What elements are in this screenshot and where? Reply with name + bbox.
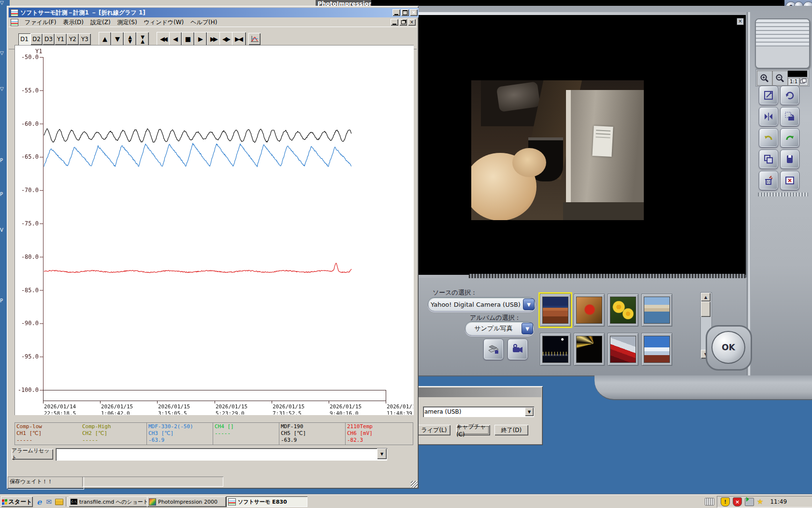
capture-button[interactable]: キャプチャ(C): [456, 425, 490, 435]
toolbar-d2-button[interactable]: D2: [30, 33, 43, 45]
close-image-button[interactable]: [780, 171, 799, 190]
graph-mode-button[interactable]: [248, 33, 261, 45]
mdi-close-button[interactable]: ×: [408, 19, 416, 26]
rotate-image-button[interactable]: [780, 86, 799, 105]
task-softthermo[interactable]: ソフトサーモ E830: [226, 496, 307, 507]
mdi-minimize-button[interactable]: [391, 19, 398, 26]
thumbnail-clouds-over-cliffs[interactable]: [641, 333, 672, 366]
ok-button[interactable]: OK: [711, 331, 745, 364]
resize-grip[interactable]: [411, 481, 418, 488]
maximize-button[interactable]: [401, 9, 409, 16]
camera-source-value: amera (USB): [423, 408, 525, 415]
toolbar-d1-button[interactable]: D1: [18, 33, 30, 45]
alarm-combobox[interactable]: ▼: [56, 448, 387, 461]
thumbnail-gold-light-streaks[interactable]: [574, 333, 605, 366]
legend-cell-ch1: Comp-low CH1 [℃] -----: [14, 422, 81, 445]
exit-button[interactable]: 終了(D): [494, 425, 528, 435]
thumbnail-ship-bow-flag[interactable]: [608, 333, 638, 366]
toolbar-y1-button[interactable]: Y1: [55, 33, 67, 45]
capture-dialog-titlebar[interactable]: [416, 388, 541, 397]
task-transfile-cmd[interactable]: C:\ transfile.cmd へのショート...: [69, 496, 148, 507]
album-dropdown-arrow-icon[interactable]: ▼: [522, 323, 533, 334]
scanner-acquire-button[interactable]: [483, 339, 504, 360]
step-forward-button[interactable]: ▶: [194, 32, 207, 46]
menu-view[interactable]: 表示(D): [59, 18, 87, 27]
menu-help[interactable]: ヘルプ(H): [187, 18, 220, 27]
floor-shadow: [563, 202, 644, 220]
desktop-icon-fragment[interactable]: P: [0, 192, 3, 197]
combo-dropdown-arrow-icon[interactable]: ▼: [525, 407, 534, 416]
flip-horizontal-button[interactable]: [759, 107, 778, 126]
desktop-icon-fragment[interactable]: ▽: [0, 0, 4, 5]
zoom-out-button[interactable]: [772, 71, 788, 86]
expand-vertical-button[interactable]: ▲ ▼: [124, 32, 136, 46]
tray-remove-hardware-icon[interactable]: [745, 498, 754, 506]
zoom-in-button[interactable]: [757, 71, 772, 86]
copy-button[interactable]: [759, 149, 778, 169]
stop-button[interactable]: ■: [182, 32, 194, 46]
cascade-view-button[interactable]: [799, 78, 808, 86]
source-select-value: Yahoo! Digital Camera (USB): [428, 301, 523, 308]
camera-source-combobox[interactable]: amera (USB) ▼: [423, 406, 534, 417]
start-button[interactable]: スタート: [1, 496, 33, 507]
minimize-button[interactable]: [392, 9, 400, 16]
crop-rotate-button[interactable]: [780, 107, 799, 126]
compress-vertical-button[interactable]: ▼ ▲: [136, 32, 149, 46]
resize-image-button[interactable]: [759, 86, 778, 105]
menu-settings[interactable]: 設定(Z): [87, 18, 114, 27]
tray-error-shield-icon[interactable]: ×: [733, 497, 742, 507]
source-dropdown-arrow-icon[interactable]: ▼: [523, 299, 535, 310]
thumbnail-cardinal-bird[interactable]: [574, 294, 605, 327]
thumbnail-yellow-flowers[interactable]: [608, 294, 638, 327]
softthermo-icon: [228, 498, 236, 506]
desktop-icon-fragment[interactable]: ▽: [0, 86, 4, 91]
tray-warning-shield-icon[interactable]: !: [721, 497, 730, 507]
channel-id: CH3 [℃]: [148, 430, 211, 437]
toolbar-y2-button[interactable]: Y2: [67, 33, 79, 45]
zoom-ratio-button[interactable]: 1:1: [788, 78, 799, 86]
album-select-dropdown[interactable]: サンプル写真 ▼: [465, 321, 535, 336]
live-button[interactable]: ライブ(L): [418, 425, 450, 435]
toolbar-d3-button[interactable]: D3: [43, 33, 55, 45]
menu-measure[interactable]: 測定(S): [114, 18, 141, 27]
desktop-icon-fragment[interactable]: P: [0, 298, 3, 303]
thumbnail-harbor-town[interactable]: [641, 294, 672, 327]
keyboard-ime-icon[interactable]: [705, 498, 714, 506]
desktop-icon-fragment[interactable]: V: [0, 227, 3, 233]
delete-button[interactable]: [759, 171, 778, 190]
measurement-titlebar[interactable]: ソフトサーモ計測－計測1 － [折れ線グラフ 1] ×: [9, 8, 419, 17]
scroll-up-button[interactable]: ▲: [99, 32, 111, 46]
dismiss-preview-icon[interactable]: ×: [737, 18, 744, 25]
menu-window[interactable]: ウィンドウ(W): [141, 18, 188, 27]
info-list-panel: [755, 18, 810, 69]
expand-horizontal-button[interactable]: ◀▶: [219, 32, 233, 46]
undo-button[interactable]: [759, 128, 778, 148]
preview-scrub-strip[interactable]: [469, 274, 745, 278]
thumbnail-red-rock-spires[interactable]: [540, 294, 571, 327]
toolbar-y3-button[interactable]: Y3: [79, 33, 91, 45]
save-button[interactable]: [780, 149, 799, 169]
compress-horizontal-button[interactable]: ▶◀: [232, 32, 246, 46]
source-select-dropdown[interactable]: Yahoo! Digital Camera (USB) ▼: [428, 297, 536, 312]
scrollbar-thumb[interactable]: [701, 301, 710, 317]
redo-button[interactable]: [780, 128, 799, 148]
line-chart-panel: [14, 45, 414, 415]
alarm-reset-button[interactable]: アラームリセット: [12, 449, 53, 460]
thumbnail-night-skyline[interactable]: [540, 333, 571, 366]
desktop-icon-fragment[interactable]: P: [0, 158, 3, 163]
mdi-restore-button[interactable]: [399, 19, 407, 26]
scroll-down-button[interactable]: ▼: [111, 32, 124, 46]
menu-file[interactable]: ファイル(F): [21, 18, 59, 27]
tray-star-icon[interactable]: ★: [757, 497, 763, 506]
quicklaunch-ie-icon[interactable]: e: [35, 497, 44, 506]
status-panel-2: [82, 477, 223, 487]
step-back-button[interactable]: ◀: [169, 32, 182, 46]
quicklaunch-mail-icon[interactable]: ✉: [44, 497, 53, 506]
task-photoimpression[interactable]: PhotoImpression 2000: [147, 496, 226, 507]
scroll-up-button[interactable]: ▲: [701, 293, 710, 301]
quicklaunch-desktop-icon[interactable]: [55, 497, 63, 506]
close-button[interactable]: ×: [410, 9, 418, 16]
combo-dropdown-arrow-icon[interactable]: ▼: [377, 448, 387, 459]
desktop-icon-fragment[interactable]: ▽: [0, 50, 4, 56]
camera-acquire-button[interactable]: [508, 339, 528, 360]
